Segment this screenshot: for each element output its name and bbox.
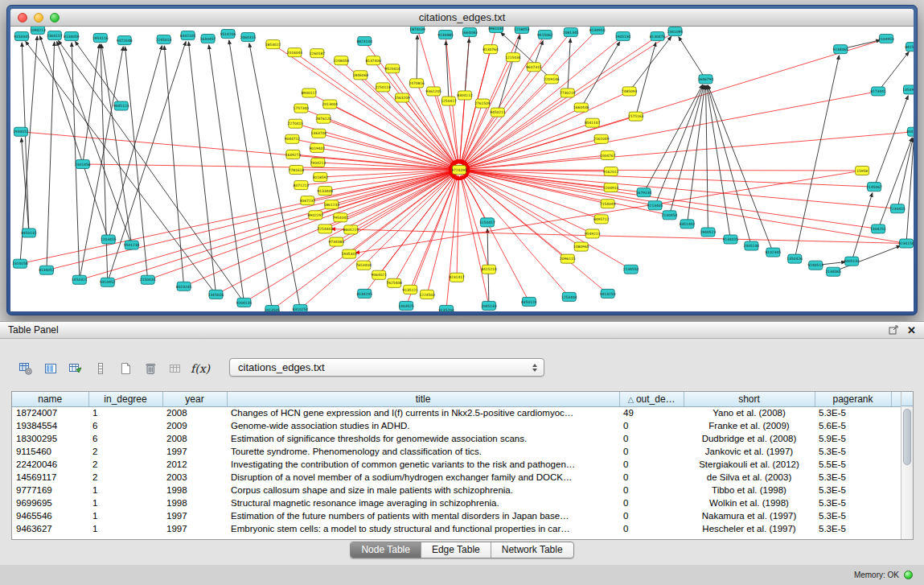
table-cell[interactable]: 2	[88, 445, 162, 458]
graph-node[interactable]: 7730219	[560, 89, 576, 97]
graph-node[interactable]: 1905134	[615, 32, 631, 41]
graph-node[interactable]: 7254402	[318, 225, 334, 233]
graph-node[interactable]: 2413505	[265, 305, 281, 311]
table-cell[interactable]: 1998	[162, 496, 227, 509]
graph-node[interactable]: 8134205	[356, 289, 372, 298]
graph-node[interactable]: 9130485	[437, 31, 454, 39]
table-row[interactable]: 977716911998Corpus callosum shape and si…	[12, 484, 901, 496]
table-cell[interactable]: Corpus callosum shape and size in male p…	[227, 484, 619, 496]
table-cell[interactable]: 0	[619, 458, 684, 471]
graph-node[interactable]: 9405132	[844, 257, 860, 266]
graph-node[interactable]: 8310254	[293, 304, 309, 311]
table-cell[interactable]: 1998	[162, 484, 227, 496]
table-cell[interactable]: 1	[88, 484, 162, 496]
graph-node[interactable]: 1080965	[573, 242, 589, 251]
column-header-pagerank[interactable]: pagerank	[815, 392, 891, 406]
network-file-selector[interactable]: citations_edges.txt	[229, 358, 544, 377]
graph-node[interactable]: 7485093	[622, 87, 638, 96]
graph-node[interactable]: 2248058	[334, 56, 350, 65]
graph-node[interactable]: 7781618	[289, 165, 305, 174]
table-row[interactable]: 1938455462009Genome-wide association stu…	[12, 419, 901, 432]
graph-node[interactable]: 8137406	[365, 56, 381, 65]
graph-node[interactable]: 2145067	[866, 183, 882, 192]
graph-node[interactable]: 1679134	[636, 188, 652, 197]
table-cell[interactable]: 2009	[162, 419, 227, 432]
table-cell[interactable]: 5.9E-5	[815, 432, 891, 445]
graph-node[interactable]: 9135121	[402, 285, 418, 294]
graph-node[interactable]: 8134950	[589, 27, 606, 35]
graph-node[interactable]: 1934052	[13, 127, 29, 136]
graph-node[interactable]: 9413250	[600, 289, 616, 298]
graph-node[interactable]: 1660446	[573, 103, 589, 112]
graph-node[interactable]: 2470816	[409, 79, 425, 88]
graph-node[interactable]: 8304112	[457, 91, 473, 100]
graph-node[interactable]: 9150345	[14, 32, 30, 41]
graph-node[interactable]: 2161049	[593, 134, 610, 143]
zoom-window-button[interactable]	[50, 13, 60, 23]
graph-node[interactable]: 9273441	[870, 87, 886, 96]
graph-node[interactable]: 9134065	[832, 45, 848, 54]
column-header-short[interactable]: short	[684, 392, 815, 406]
edit-table-icon[interactable]	[66, 359, 85, 378]
graph-node[interactable]: 1846068	[352, 71, 368, 80]
graph-node[interactable]: 2081345	[563, 28, 579, 37]
table-row[interactable]: 946554611997Estimation of the future num…	[12, 509, 901, 522]
close-panel-icon[interactable]: ✕	[907, 325, 916, 336]
graph-node[interactable]: 15958	[856, 166, 869, 175]
graph-node[interactable]: 9514206	[220, 30, 236, 39]
graph-node[interactable]: 8350124	[521, 297, 537, 306]
table-cell[interactable]: Tourette syndrome. Phenomenology and cla…	[227, 445, 619, 458]
table-row[interactable]: 1830029562008Estimation of significance …	[12, 432, 901, 445]
graph-node[interactable]: 7653404	[355, 261, 372, 270]
graph-node[interactable]: 1260187	[310, 49, 326, 58]
graph-node[interactable]: 2876120	[316, 114, 332, 123]
table-cell[interactable]: de Silva et al. (2003)	[684, 471, 815, 484]
table-cell[interactable]: Hescheler et al. (1997)	[684, 522, 815, 535]
graph-node[interactable]: 9501234	[124, 241, 140, 249]
graph-node[interactable]: 9415062	[537, 31, 553, 39]
graph-node[interactable]: 1218453	[514, 27, 530, 34]
graph-node[interactable]: 7154049	[600, 200, 616, 208]
column-header-in-degree[interactable]: in_degree	[88, 392, 162, 406]
graph-node[interactable]: 1354902	[902, 85, 914, 94]
table-cell[interactable]: 5.3E-5	[815, 445, 891, 458]
graph-node[interactable]: 8234150	[898, 239, 914, 248]
graph-node[interactable]: 9734083	[329, 237, 345, 246]
graph-node[interactable]: 2341095	[667, 27, 684, 36]
table-cell[interactable]: 1	[88, 496, 162, 509]
network-canvas[interactable]: 9724095185302220160441260187224805818460…	[10, 27, 914, 311]
graph-node[interactable]: 8495712	[593, 215, 610, 224]
graph-node[interactable]: 1363706	[311, 129, 327, 138]
graph-node[interactable]: 2150434	[140, 275, 156, 284]
table-cell[interactable]: 0	[619, 419, 684, 432]
graph-node[interactable]: 1646794	[698, 75, 714, 84]
graph-node[interactable]: 7625408	[386, 278, 402, 287]
table-row[interactable]: 946362711997Embryonic stem cells: a mode…	[12, 522, 901, 535]
tab-network-table[interactable]: Network Table	[491, 542, 573, 558]
table-cell[interactable]: 2012	[162, 458, 227, 471]
close-window-button[interactable]	[18, 13, 27, 23]
graph-node[interactable]: 1403525	[398, 301, 414, 310]
table-cell[interactable]: Dudbridge et al. (2008)	[684, 432, 815, 445]
graph-node[interactable]: 1954116	[92, 34, 109, 43]
graph-node[interactable]: 2064315	[240, 33, 257, 42]
graph-node[interactable]: 8961034	[488, 27, 504, 33]
graph-node[interactable]: 9133408	[318, 187, 334, 196]
graph-node[interactable]: 1004767	[600, 150, 616, 159]
graph-node[interactable]: 1253404	[561, 292, 577, 301]
table-cell[interactable]: 22420046	[12, 458, 88, 471]
table-cell[interactable]: 9465546	[12, 509, 88, 522]
table-cell[interactable]: 18724007	[12, 406, 88, 419]
graph-node[interactable]: 9135204	[438, 305, 454, 311]
window-titlebar[interactable]: citations_edges.txt	[10, 9, 914, 27]
graph-node[interactable]: 1861233	[324, 200, 340, 209]
table-cell[interactable]: 0	[619, 445, 684, 458]
graph-node[interactable]: 2096115	[560, 254, 576, 263]
graph-node[interactable]: 1649273	[285, 150, 302, 159]
minimize-window-button[interactable]	[34, 13, 43, 23]
function-builder-button[interactable]: f(x)	[191, 359, 210, 378]
column-header-title[interactable]: title	[227, 392, 619, 406]
graph-node[interactable]: 7904213	[310, 158, 326, 167]
graph-node[interactable]: 1575163	[628, 112, 644, 121]
table-cell[interactable]: Disruption of a novel member of a sodium…	[227, 471, 619, 484]
